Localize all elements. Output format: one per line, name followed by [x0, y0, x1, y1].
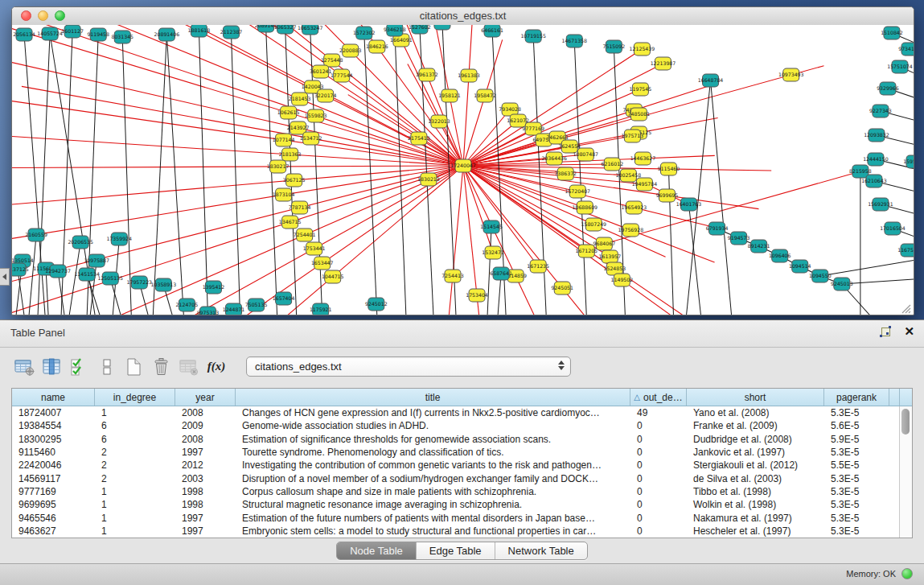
network-node[interactable]: 1346715 [279, 216, 302, 229]
network-node[interactable]: 1096406 [769, 249, 791, 262]
column-header-in_degree[interactable]: in_degree [95, 389, 175, 406]
table-row[interactable]: 1938455462009Genome-wide association stu… [12, 419, 912, 432]
table-cell[interactable]: Investigating the contribution of common… [236, 459, 630, 472]
close-panel-icon[interactable]: ✕ [904, 326, 914, 337]
network-node[interactable]: 1572302 [353, 27, 376, 39]
edge[interactable] [46, 269, 48, 315]
column-header-filler[interactable] [889, 389, 900, 406]
network-node[interactable]: 1961383 [458, 69, 480, 82]
table-cell[interactable]: 1998 [175, 485, 236, 498]
edge[interactable] [395, 30, 406, 315]
table-cell[interactable]: 1 [95, 485, 175, 498]
table-cell[interactable]: 19384554 [12, 419, 95, 432]
unselect-all-icon[interactable] [95, 356, 119, 377]
network-node[interactable]: 9245051 [551, 282, 573, 295]
network-node[interactable]: 1322013 [428, 115, 450, 128]
panel-collapse-handle[interactable] [0, 268, 10, 286]
table-settings-icon[interactable] [13, 356, 37, 377]
delete-table-icon[interactable] [177, 356, 201, 377]
table-cell[interactable]: Disruption of a novel member of a sodium… [236, 472, 630, 484]
table-cell[interactable]: 1 [95, 406, 175, 419]
network-node[interactable]: 2160559 [25, 229, 47, 241]
network-node[interactable]: 2175413 [408, 132, 430, 145]
edge[interactable] [463, 49, 642, 166]
edge[interactable] [463, 166, 759, 209]
network-node[interactable]: 1601127 [61, 25, 84, 38]
network-node[interactable]: 2181363 [279, 148, 302, 161]
table-row[interactable]: 1872400712008Changes of HCN gene express… [12, 406, 912, 419]
network-node[interactable]: 1197545 [630, 83, 652, 96]
network-node[interactable]: 1527602 [409, 25, 431, 34]
network-node[interactable]: 1777544 [331, 69, 353, 82]
window-titlebar[interactable]: citations_edges.txt [12, 7, 914, 26]
network-node[interactable]: 2056134 [13, 28, 35, 41]
table-cell[interactable]: 5.3E-5 [824, 485, 889, 498]
network-node[interactable]: 7787134 [289, 201, 311, 214]
network-node[interactable]: 1065327 [274, 25, 297, 34]
network-node[interactable]: 9734124 [898, 43, 914, 56]
table-cell[interactable]: Estimation of significance thresholds fo… [236, 433, 630, 446]
edge[interactable] [12, 129, 463, 166]
table-cell[interactable]: Franke et al. (2009) [687, 419, 824, 432]
network-node[interactable]: 6587641 [490, 267, 512, 280]
network-node[interactable]: 3067125 [283, 174, 306, 187]
float-window-icon[interactable] [880, 326, 891, 337]
table-cell[interactable]: Dudbridge et al. (2008) [687, 433, 824, 446]
network-node[interactable]: 12125439 [630, 43, 655, 56]
network-node[interactable]: 2124705 [176, 299, 199, 311]
network-node[interactable]: 12505135 [97, 272, 123, 285]
network-node[interactable]: 10975887 [84, 254, 109, 267]
network-node[interactable]: 1657404 [273, 292, 295, 305]
network-node[interactable]: 1846216 [366, 40, 388, 53]
network-node[interactable]: 2200883 [339, 44, 362, 57]
table-cell[interactable]: 5.3E-5 [824, 498, 889, 511]
network-node[interactable]: 15751074 [887, 60, 913, 73]
network-node[interactable]: 19654923 [622, 201, 647, 214]
table-cell[interactable]: 0 [630, 446, 687, 459]
edge[interactable] [12, 166, 463, 168]
network-node[interactable]: 1167533 [897, 244, 914, 257]
resize-grip-icon[interactable] [909, 311, 910, 313]
table-select-dropdown[interactable]: citations_edges.txt [246, 356, 571, 377]
table-cell[interactable]: 0 [630, 459, 687, 472]
table-cell[interactable]: 14569117 [12, 472, 95, 484]
table-cell[interactable]: Tibbo et al. (1998) [687, 485, 824, 498]
table-cell[interactable]: Yano et al. (2008) [687, 406, 824, 419]
table-cell[interactable]: 9463627 [12, 525, 95, 538]
network-node[interactable]: 14671358 [561, 35, 587, 47]
table-cell[interactable]: 0 [630, 419, 687, 432]
network-node[interactable]: 1975713 [622, 130, 644, 142]
column-header-year[interactable]: year [175, 389, 236, 406]
table-cell[interactable]: Embryonic stem cells: a model to study s… [236, 525, 630, 538]
table-cell[interactable]: 5.5E-5 [824, 459, 889, 472]
network-node[interactable]: 1958121 [438, 89, 461, 102]
table-cell[interactable]: 0 [630, 433, 687, 446]
table-cell[interactable]: 1997 [175, 525, 236, 538]
network-node[interactable]: 3601241 [310, 65, 332, 78]
table-cell[interactable]: 2 [95, 446, 175, 459]
memory-status-indicator[interactable] [901, 568, 913, 579]
network-node[interactable]: 8914231 [748, 240, 770, 253]
edge[interactable] [122, 37, 131, 315]
create-column-icon[interactable] [122, 356, 146, 377]
network-canvas[interactable]: 1724004722008831275448360124117775441420… [12, 25, 914, 315]
network-node[interactable]: 10719155 [520, 30, 546, 43]
table-cell[interactable]: Corpus callosum shape and size in male p… [236, 485, 630, 498]
edge[interactable] [689, 204, 701, 315]
table-cell[interactable]: 5.3E-5 [824, 525, 889, 538]
network-node[interactable]: 1510842 [881, 27, 903, 39]
network-node[interactable]: 2181453 [289, 93, 311, 105]
network-node[interactable]: 1671205 [575, 245, 598, 257]
table-row[interactable]: 911546021997Tourette syndrome. Phenomeno… [12, 446, 912, 459]
network-node[interactable]: 1753441 [303, 242, 326, 255]
network-node[interactable]: 9346218 [384, 25, 406, 36]
network-node[interactable]: 12093832 [864, 129, 889, 142]
table-cell[interactable]: 9777169 [12, 485, 95, 498]
edge[interactable] [29, 235, 36, 315]
network-node[interactable]: 9245013 [831, 278, 853, 290]
network-node[interactable]: 10973493 [778, 68, 804, 81]
select-all-icon[interactable] [68, 356, 92, 377]
edge[interactable] [166, 35, 183, 315]
network-node[interactable]: 6466161 [481, 25, 503, 37]
network-node[interactable]: 20364436 [541, 152, 567, 165]
